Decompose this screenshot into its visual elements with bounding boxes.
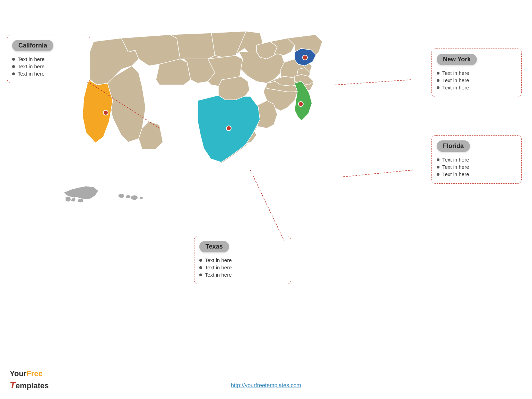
newyork-item-2: Text in here xyxy=(437,77,515,83)
texas-title: Texas xyxy=(199,241,229,252)
footer: http://yourfreetemplates.com xyxy=(0,382,532,389)
logo-your: Your xyxy=(10,369,26,378)
california-item-3: Text in here xyxy=(12,71,84,77)
bullet-dot xyxy=(437,158,439,161)
logo: YourFree Templates xyxy=(10,369,49,391)
svg-point-5 xyxy=(126,195,131,199)
svg-point-4 xyxy=(118,194,124,198)
florida-item-1: Text in here xyxy=(437,157,515,163)
newyork-item-3: Text in here xyxy=(437,85,515,90)
newyork-callout: New York Text in here Text in here Text … xyxy=(431,49,522,97)
texas-item-2: Text in here xyxy=(199,264,285,270)
logo-t: T xyxy=(10,380,16,390)
newyork-pin xyxy=(303,55,307,60)
florida-item-3: Text in here xyxy=(437,171,515,177)
bullet-dot xyxy=(437,86,439,89)
california-item-1: Text in here xyxy=(12,56,84,62)
logo-free: Free xyxy=(26,369,42,378)
texas-callout: Texas Text in here Text in here Text in … xyxy=(194,236,291,284)
florida-pin xyxy=(298,102,303,106)
newyork-title: New York xyxy=(437,54,477,65)
bullet-dot xyxy=(199,266,202,269)
california-state xyxy=(82,80,113,143)
bullet-dot xyxy=(437,79,439,82)
california-title: California xyxy=(12,40,53,51)
bullet-dot xyxy=(437,173,439,176)
california-callout: California Text in here Text in here Tex… xyxy=(7,35,90,83)
bullet-dot xyxy=(199,274,202,276)
newyork-item-1: Text in here xyxy=(437,70,515,76)
usa-map-svg xyxy=(52,28,364,229)
bullet-dot xyxy=(437,72,439,75)
texas-item-1: Text in here xyxy=(199,257,285,263)
california-item-2: Text in here xyxy=(12,63,84,69)
svg-point-7 xyxy=(140,197,143,199)
main-container: California Text in here Text in here Tex… xyxy=(0,0,532,399)
florida-title: Florida xyxy=(437,140,470,152)
bullet-dot xyxy=(12,72,15,75)
svg-point-6 xyxy=(131,195,138,200)
california-pin xyxy=(103,110,108,115)
florida-callout: Florida Text in here Text in here Text i… xyxy=(431,135,522,184)
bullet-dot xyxy=(12,65,15,68)
logo-templates: emplates xyxy=(16,381,49,390)
bullet-dot xyxy=(437,166,439,168)
florida-item-2: Text in here xyxy=(437,164,515,170)
bullet-dot xyxy=(12,58,15,61)
footer-link[interactable]: http://yourfreetemplates.com xyxy=(231,382,301,389)
map-area xyxy=(52,28,364,243)
texas-pin xyxy=(226,126,231,131)
bullet-dot xyxy=(199,259,202,262)
texas-item-3: Text in here xyxy=(199,272,285,278)
